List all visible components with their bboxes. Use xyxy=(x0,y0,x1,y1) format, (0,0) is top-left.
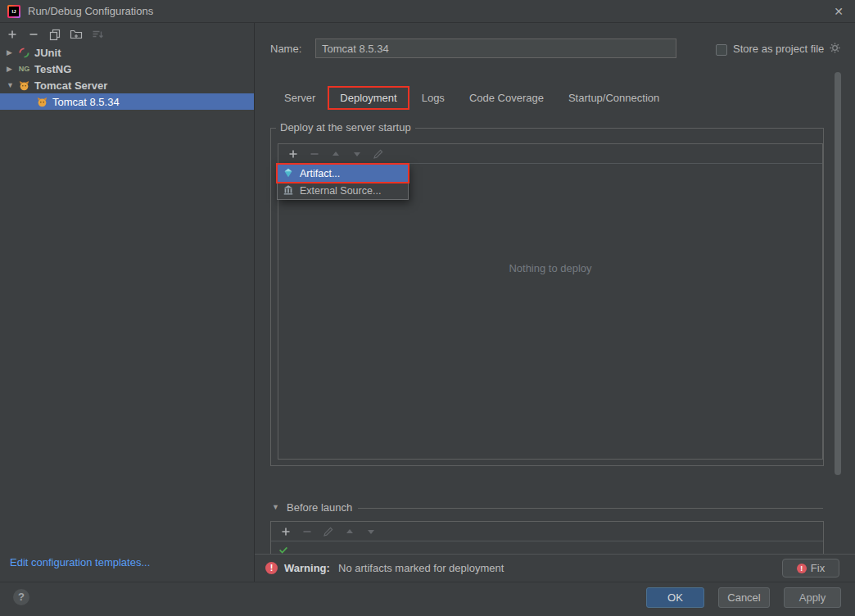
before-launch-toolbar xyxy=(271,522,823,541)
title-bar: IJ Run/Debug Configurations ✕ xyxy=(0,0,855,23)
move-up-icon[interactable] xyxy=(343,525,356,538)
add-configuration-icon[interactable] xyxy=(6,28,19,41)
tree-item-testng[interactable]: ▶ NG TestNG xyxy=(0,61,254,77)
tab-code-coverage[interactable]: Code Coverage xyxy=(457,86,556,110)
popup-item-label: Artifact... xyxy=(300,168,340,179)
tab-server[interactable]: Server xyxy=(272,86,328,110)
name-input[interactable] xyxy=(315,38,676,58)
store-as-project-file-label: Store as project file xyxy=(733,43,824,55)
new-folder-icon[interactable] xyxy=(70,28,83,41)
popup-item-artifact[interactable]: Artifact... xyxy=(278,165,408,182)
error-icon: ! xyxy=(797,564,807,573)
apply-button[interactable]: Apply xyxy=(784,587,841,608)
sidebar-divider xyxy=(254,23,255,582)
before-launch-collapse-icon[interactable]: ▼ xyxy=(272,503,279,511)
edit-icon[interactable] xyxy=(322,525,335,538)
intellij-logo-icon: IJ xyxy=(7,5,20,18)
intellij-logo-text: IJ xyxy=(9,7,19,16)
window-title: Run/Debug Configurations xyxy=(28,0,153,23)
move-down-icon[interactable] xyxy=(351,147,364,161)
tab-deployment[interactable]: Deployment xyxy=(328,86,409,110)
before-launch-panel xyxy=(270,521,824,554)
deploy-group-title: Deploy at the server startup xyxy=(276,121,415,134)
tree-item-junit[interactable]: ▶ JUnit xyxy=(0,44,254,61)
add-icon[interactable] xyxy=(287,147,300,161)
warning-message: No artifacts marked for deployment xyxy=(338,562,504,574)
add-deployment-popup: Artifact... External Source... xyxy=(277,164,409,200)
tree-item-tomcat-8-5-34[interactable]: Tomcat 8.5.34 xyxy=(0,93,254,110)
configurations-toolbar xyxy=(6,25,104,43)
popup-item-label: External Source... xyxy=(300,185,381,197)
copy-configuration-icon[interactable] xyxy=(48,28,61,41)
warning-bar: ! Warning: No artifacts marked for deplo… xyxy=(255,554,855,582)
tree-item-tomcat-server[interactable]: ▼ Tomcat Server xyxy=(0,77,254,93)
chevron-right-icon[interactable]: ▶ xyxy=(7,48,18,57)
artifact-icon xyxy=(283,167,295,179)
move-down-icon[interactable] xyxy=(364,525,378,538)
remove-icon[interactable] xyxy=(308,147,321,161)
external-source-icon xyxy=(283,184,295,197)
move-up-icon[interactable] xyxy=(329,147,342,161)
help-button[interactable]: ? xyxy=(13,589,29,605)
tomcat-config-icon xyxy=(36,96,48,108)
chevron-down-icon[interactable]: ▼ xyxy=(7,81,18,89)
remove-icon[interactable] xyxy=(301,525,314,538)
add-icon[interactable] xyxy=(279,525,292,538)
fix-button-label: Fix xyxy=(811,562,825,574)
before-launch-task-row[interactable] xyxy=(271,541,823,554)
popup-item-external-source[interactable]: External Source... xyxy=(278,182,408,199)
footer-divider xyxy=(0,582,855,582)
name-label: Name: xyxy=(270,43,301,55)
sort-configurations-icon[interactable] xyxy=(91,28,104,41)
run-debug-configurations-dialog: IJ Run/Debug Configurations ✕ ▶ JUnit ▶ … xyxy=(0,0,855,616)
check-icon xyxy=(278,544,290,555)
testng-icon: NG xyxy=(18,65,30,73)
vertical-scrollbar-thumb[interactable] xyxy=(835,72,841,475)
warning-prefix: Warning: xyxy=(284,562,330,574)
warning-icon: ! xyxy=(265,562,278,574)
tree-item-label: JUnit xyxy=(34,47,61,59)
fix-button[interactable]: ! Fix xyxy=(782,559,839,578)
before-launch-divider xyxy=(358,508,823,509)
tree-item-label: Tomcat 8.5.34 xyxy=(52,96,120,108)
deploy-toolbar xyxy=(278,144,822,164)
tab-logs[interactable]: Logs xyxy=(409,86,457,110)
before-launch-label: Before launch xyxy=(287,501,352,514)
nothing-to-deploy-text: Nothing to deploy xyxy=(278,262,822,274)
tomcat-icon xyxy=(18,79,30,92)
cancel-button[interactable]: Cancel xyxy=(718,587,770,608)
store-as-project-file-checkbox[interactable] xyxy=(716,44,727,56)
edit-icon[interactable] xyxy=(372,147,385,161)
configuration-tabs: Server Deployment Logs Code Coverage Sta… xyxy=(272,85,672,110)
remove-configuration-icon[interactable] xyxy=(27,28,40,41)
gear-icon[interactable] xyxy=(829,42,841,54)
junit-icon xyxy=(18,47,30,59)
chevron-right-icon[interactable]: ▶ xyxy=(7,65,18,73)
ok-button[interactable]: OK xyxy=(646,587,704,608)
tab-startup-connection[interactable]: Startup/Connection xyxy=(556,86,672,110)
tree-item-label: TestNG xyxy=(34,63,71,75)
tree-item-label: Tomcat Server xyxy=(34,79,107,92)
edit-configuration-templates-link[interactable]: Edit configuration templates... xyxy=(10,556,150,568)
close-icon[interactable]: ✕ xyxy=(834,0,844,23)
